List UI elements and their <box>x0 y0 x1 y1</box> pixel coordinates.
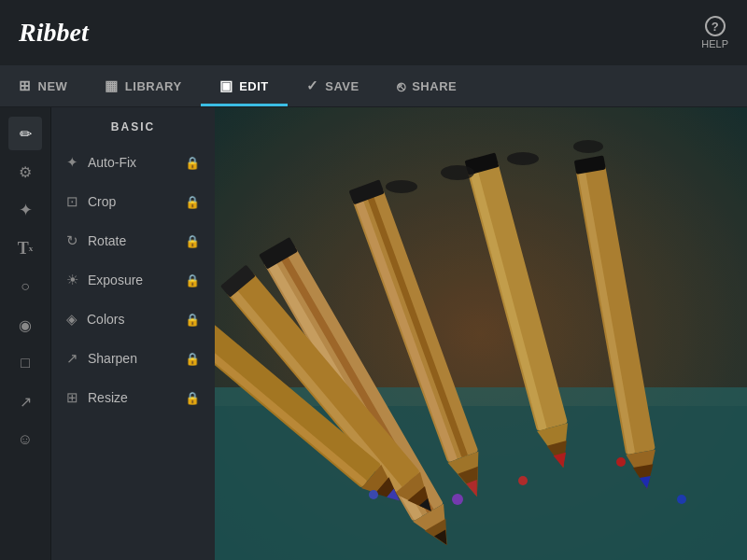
tool-rect[interactable]: □ <box>8 346 42 380</box>
main-area: ✏ ⚙ ✦ Tx ○ ◉ □ ↗ ☺ BASIC ✦ Auto-Fix 🔒 ⊡ … <box>0 107 747 560</box>
menu-item-rotate[interactable]: ↻ Rotate 🔒 <box>51 221 215 260</box>
item-left-exposure: ☀ Exposure <box>66 272 143 288</box>
nav-label-new: NEW <box>38 79 68 93</box>
sidebar-title: BASIC <box>51 107 215 143</box>
tool-path[interactable]: ↗ <box>8 385 42 418</box>
auto-fix-label: Auto-Fix <box>88 155 136 170</box>
item-left-sharpen: ↗ Sharpen <box>66 350 137 367</box>
sidebar-panel: BASIC ✦ Auto-Fix 🔒 ⊡ Crop 🔒 ↻ Rotate 🔒 <box>51 107 215 560</box>
item-left-rotate: ↻ Rotate <box>66 232 126 249</box>
menu-item-colors[interactable]: ◈ Colors 🔒 <box>51 300 215 339</box>
rotate-lock-icon: 🔒 <box>185 234 200 248</box>
colors-lock-icon: 🔒 <box>185 313 200 327</box>
svg-rect-50 <box>215 107 747 560</box>
tool-text[interactable]: Tx <box>8 231 42 265</box>
photo-canvas <box>215 107 747 560</box>
help-label: HELP <box>701 38 728 49</box>
tool-magic[interactable]: ✦ <box>8 193 42 227</box>
tool-shape[interactable]: ○ <box>8 270 42 303</box>
help-button[interactable]: ? HELP <box>701 16 728 49</box>
rotate-label: Rotate <box>88 233 126 248</box>
nav-item-save[interactable]: ✓ SAVE <box>288 65 378 106</box>
auto-fix-icon: ✦ <box>66 154 78 171</box>
crop-lock-icon: 🔒 <box>185 195 200 209</box>
nav-label-save: SAVE <box>325 79 359 93</box>
nav-label-edit: EDIT <box>239 79 269 93</box>
crop-label: Crop <box>88 194 116 209</box>
nav-label-library: LIBRARY <box>125 79 182 93</box>
auto-fix-lock-icon: 🔒 <box>185 156 200 170</box>
tool-settings[interactable]: ⚙ <box>8 155 42 189</box>
tool-sticker[interactable]: ☺ <box>8 423 42 456</box>
header: Ribbet ? HELP <box>0 0 747 65</box>
share-icon: ⎋ <box>397 78 406 94</box>
nav-item-library[interactable]: ▦ LIBRARY <box>86 65 200 106</box>
item-left-auto-fix: ✦ Auto-Fix <box>66 154 136 171</box>
library-icon: ▦ <box>105 77 119 94</box>
logo: Ribbet <box>19 18 89 48</box>
menu-item-auto-fix[interactable]: ✦ Auto-Fix 🔒 <box>51 143 215 182</box>
navbar: ⊞ NEW ▦ LIBRARY ▣ EDIT ✓ SAVE ⎋ SHARE <box>0 65 747 107</box>
sharpen-icon: ↗ <box>66 350 78 367</box>
rotate-icon: ↻ <box>66 232 78 249</box>
nav-item-edit[interactable]: ▣ EDIT <box>201 65 288 106</box>
left-toolbar: ✏ ⚙ ✦ Tx ○ ◉ □ ↗ ☺ <box>0 107 51 560</box>
exposure-label: Exposure <box>88 273 143 287</box>
sharpen-label: Sharpen <box>88 351 137 366</box>
nav-item-share[interactable]: ⎋ SHARE <box>378 65 476 106</box>
tool-pencil[interactable]: ✏ <box>8 117 42 150</box>
menu-item-exposure[interactable]: ☀ Exposure 🔒 <box>51 260 215 300</box>
tool-portrait[interactable]: ◉ <box>8 308 42 342</box>
item-left-resize: ⊞ Resize <box>66 389 128 406</box>
edit-icon: ▣ <box>219 77 233 94</box>
colors-icon: ◈ <box>66 311 78 328</box>
resize-icon: ⊞ <box>66 389 78 406</box>
help-icon: ? <box>705 16 726 36</box>
resize-lock-icon: 🔒 <box>185 391 200 405</box>
save-icon: ✓ <box>306 77 319 94</box>
nav-item-new[interactable]: ⊞ NEW <box>0 65 86 106</box>
menu-item-crop[interactable]: ⊡ Crop 🔒 <box>51 182 215 221</box>
resize-label: Resize <box>88 390 128 405</box>
nav-label-share: SHARE <box>412 79 457 93</box>
canvas-area[interactable] <box>215 107 747 560</box>
sharpen-lock-icon: 🔒 <box>185 352 200 366</box>
new-icon: ⊞ <box>19 77 32 94</box>
item-left-colors: ◈ Colors <box>66 311 124 328</box>
exposure-lock-icon: 🔒 <box>185 273 200 287</box>
colors-label: Colors <box>87 312 124 327</box>
menu-item-resize[interactable]: ⊞ Resize 🔒 <box>51 378 215 417</box>
crop-icon: ⊡ <box>66 193 78 210</box>
item-left-crop: ⊡ Crop <box>66 193 116 210</box>
exposure-icon: ☀ <box>66 272 78 288</box>
menu-item-sharpen[interactable]: ↗ Sharpen 🔒 <box>51 339 215 378</box>
